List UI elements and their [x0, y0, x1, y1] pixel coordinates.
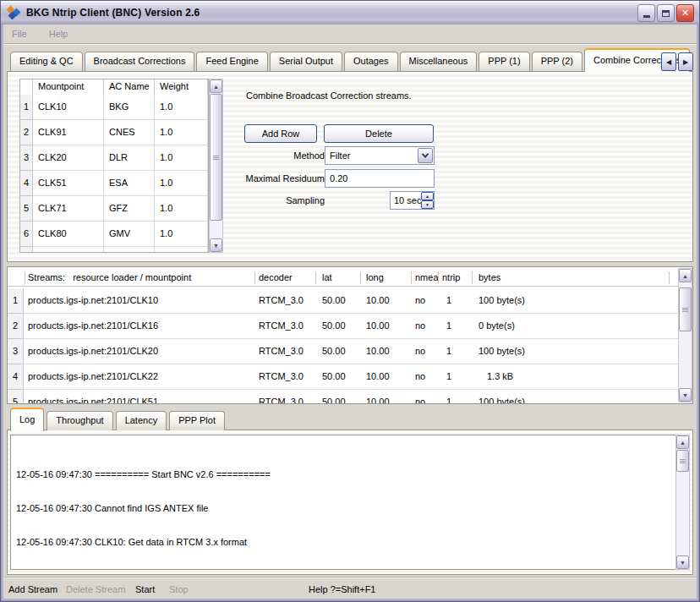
minimize-button[interactable] — [637, 4, 655, 22]
table-row[interactable]: 6 CLK80 GMV 1.0 — [20, 222, 208, 247]
tab-serial-output[interactable]: Serial Output — [270, 52, 342, 71]
app-icon — [7, 6, 22, 19]
maximize-button[interactable] — [657, 4, 675, 22]
stream-row[interactable]: 4 products.igs-ip.net:2101/CLK22 RTCM_3.… — [8, 364, 678, 390]
streams-table[interactable]: Streams: resource loader / mountpoint de… — [7, 266, 693, 404]
tab-scroll-left-button[interactable]: ◀ — [661, 52, 676, 71]
log-output[interactable]: 12-05-16 09:47:30 ========== Start BNC v… — [10, 435, 676, 570]
window-controls: ✕ — [637, 4, 694, 22]
scroll-up-button[interactable]: ▲ — [676, 435, 689, 449]
close-button[interactable]: ✕ — [676, 4, 694, 22]
thumb-grip-icon — [682, 308, 688, 309]
stream-row[interactable]: 3 products.igs-ip.net:2101/CLK20 RTCM_3.… — [8, 339, 678, 364]
spinner-down-icon: ▼ — [425, 202, 429, 207]
vertical-scrollbar-thumb[interactable] — [676, 450, 689, 472]
tab-miscellaneous[interactable]: Miscellaneous — [400, 52, 478, 71]
menu-file[interactable]: File — [10, 27, 29, 41]
column-header-ntrip[interactable]: ntrip — [442, 269, 460, 286]
tab-scroll-buttons: ◀ ▶ — [661, 52, 693, 71]
method-label: Method — [202, 146, 325, 165]
column-header-long[interactable]: long — [366, 269, 384, 286]
log-scrollbar[interactable]: ▲ ▼ — [675, 435, 690, 570]
combination-table-scrollbar[interactable]: ▲ ▼ — [209, 79, 223, 253]
table-row[interactable]: 1 CLK10 BKG 1.0 — [20, 95, 208, 120]
spinner-up-icon: ▲ — [425, 194, 429, 199]
vertical-scrollbar-thumb[interactable] — [679, 287, 692, 331]
column-header-streams[interactable]: Streams: resource loader / mountpoint — [28, 269, 191, 286]
tab-feed-engine[interactable]: Feed Engine — [196, 52, 267, 71]
table-row[interactable]: 4 CLK51 ESA 1.0 — [20, 171, 208, 196]
tab-broadcast-corrections[interactable]: Broadcast Corrections — [85, 52, 195, 71]
log-panel: 12-05-16 09:47:30 ========== Start BNC v… — [7, 430, 693, 575]
combination-table-header: Mountpoint AC Name Weight — [20, 79, 208, 95]
dropdown-button[interactable] — [418, 148, 433, 163]
table-row-empty — [20, 247, 208, 253]
spinner-buttons: ▲ ▼ — [421, 192, 434, 209]
table-row[interactable]: 2 CLK91 CNES 1.0 — [20, 120, 208, 145]
tab-ppp-2[interactable]: PPP (2) — [532, 52, 582, 71]
combine-corrections-panel: Mountpoint AC Name Weight 1 CLK10 BKG 1.… — [7, 71, 693, 262]
minimize-icon — [643, 15, 650, 18]
log-line: 12-05-16 09:47:30 ========== Start BNC v… — [16, 469, 271, 480]
streams-table-header: Streams: resource loader / mountpoint de… — [8, 269, 678, 287]
residuum-label: Maximal Residuum — [202, 169, 325, 188]
tab-scroll-right-button[interactable]: ▶ — [678, 52, 693, 71]
residuum-input[interactable]: 0.20 — [325, 169, 435, 188]
column-header-ac-name[interactable]: AC Name — [104, 79, 155, 95]
status-bar: Add Stream Delete Stream Start Stop Help… — [3, 579, 697, 599]
stop-action: Stop — [169, 579, 189, 599]
help-shortcut: Help ?=Shift+F1 — [309, 579, 376, 599]
scroll-up-icon: ▲ — [213, 84, 219, 90]
menu-help[interactable]: Help — [47, 27, 70, 41]
table-row[interactable]: 5 CLK71 GFZ 1.0 — [20, 196, 208, 222]
column-header-bytes[interactable]: bytes — [479, 269, 500, 286]
scroll-up-button[interactable]: ▲ — [679, 269, 692, 282]
tab-ppp-plot[interactable]: PPP Plot — [169, 411, 225, 430]
scroll-up-button[interactable]: ▲ — [210, 79, 222, 93]
tab-log[interactable]: Log — [10, 408, 44, 431]
tab-throughput[interactable]: Throughput — [46, 411, 112, 430]
maximize-icon — [662, 10, 670, 17]
scroll-down-icon: ▼ — [213, 243, 219, 249]
left-arrow-icon: ◀ — [666, 58, 671, 66]
app-window: BKG Ntrip Client (BNC) Version 2.6 ✕ Fil… — [0, 0, 700, 602]
streams-table-scrollbar[interactable]: ▲ ▼ — [678, 268, 692, 402]
spinner-down-button[interactable]: ▼ — [421, 200, 434, 209]
tab-latency[interactable]: Latency — [116, 411, 167, 430]
title-bar[interactable]: BKG Ntrip Client (BNC) Version 2.6 ✕ — [1, 1, 699, 25]
table-row[interactable]: 3 CLK20 DLR 1.0 — [20, 145, 208, 171]
close-icon: ✕ — [681, 8, 689, 19]
scroll-down-button[interactable]: ▼ — [676, 555, 689, 569]
sampling-label: Sampling — [202, 191, 325, 210]
add-stream-action[interactable]: Add Stream — [8, 579, 57, 599]
scroll-down-button[interactable]: ▼ — [679, 388, 692, 402]
spinner-up-button[interactable]: ▲ — [421, 192, 434, 200]
residuum-value: 0.20 — [330, 173, 347, 183]
sampling-value: 10 sec — [394, 192, 421, 209]
scroll-down-button[interactable]: ▼ — [210, 238, 222, 252]
scroll-down-icon: ▼ — [680, 560, 686, 566]
sampling-spinner[interactable]: 10 sec ▲ ▼ — [390, 191, 435, 210]
tab-ppp-1[interactable]: PPP (1) — [479, 52, 529, 71]
menu-bar: File Help — [3, 25, 697, 44]
stream-row[interactable]: 5 products.igs-ip.net:2101/CLK51 RTCM_3.… — [8, 390, 678, 404]
stream-row[interactable]: 1 products.igs-ip.net:2101/CLK10 RTCM_3.… — [8, 288, 678, 314]
start-action[interactable]: Start — [135, 579, 155, 599]
tab-bar: Editing & QC Broadcast Corrections Feed … — [10, 48, 690, 71]
scroll-down-icon: ▼ — [682, 392, 688, 398]
method-dropdown[interactable]: Filter — [325, 146, 435, 165]
column-header-lat[interactable]: lat — [322, 269, 332, 286]
add-row-button[interactable]: Add Row — [244, 124, 317, 143]
column-header-nmea[interactable]: nmea — [415, 269, 439, 286]
statusbar-separator — [3, 577, 697, 578]
column-header-weight[interactable]: Weight — [155, 79, 208, 95]
column-header-decoder[interactable]: decoder — [259, 269, 293, 286]
column-header-mountpoint[interactable]: Mountpoint — [33, 79, 104, 95]
combination-table[interactable]: Mountpoint AC Name Weight 1 CLK10 BKG 1.… — [19, 79, 209, 253]
delete-button[interactable]: Delete — [324, 124, 434, 143]
tab-editing-qc[interactable]: Editing & QC — [10, 52, 83, 71]
tab-outages[interactable]: Outages — [344, 52, 398, 71]
stream-row[interactable]: 2 products.igs-ip.net:2101/CLK16 RTCM_3.… — [8, 314, 678, 339]
method-value: Filter — [330, 150, 350, 161]
thumb-grip-icon — [680, 459, 686, 460]
